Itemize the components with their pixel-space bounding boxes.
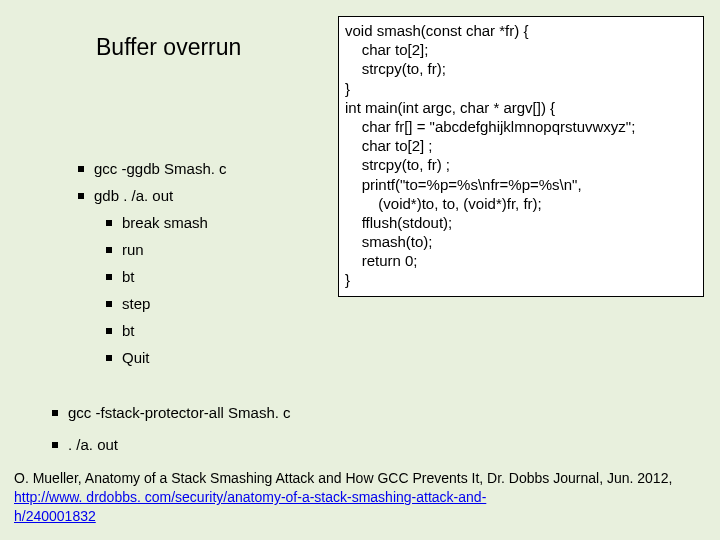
bullet-icon — [78, 193, 84, 199]
code-line: int main(int argc, char * argv[]) { — [345, 98, 697, 117]
bullet-icon — [106, 274, 112, 280]
list-item: gcc -fstack-protector-all Smash. c — [52, 404, 291, 421]
bullet-icon — [106, 301, 112, 307]
code-line: char fr[] = "abcdefghijklmnopqrstuvwxyz"… — [345, 117, 697, 136]
item-text: step — [122, 295, 150, 312]
slide-title: Buffer overrun — [96, 34, 241, 61]
item-text: bt — [122, 268, 135, 285]
code-line: char to[2] ; — [345, 136, 697, 155]
list-item: Quit — [106, 349, 328, 366]
code-line: return 0; — [345, 251, 697, 270]
code-line: } — [345, 79, 697, 98]
footer-citation: O. Mueller, Anatomy of a Stack Smashing … — [14, 469, 706, 526]
code-line: void smash(const char *fr) { — [345, 21, 697, 40]
code-line: strcpy(to, fr) ; — [345, 155, 697, 174]
code-line: smash(to); — [345, 232, 697, 251]
list-item: bt — [106, 268, 328, 285]
list-item: bt — [106, 322, 328, 339]
code-line: strcpy(to, fr); — [345, 59, 697, 78]
code-box: void smash(const char *fr) { char to[2];… — [338, 16, 704, 297]
code-line: } — [345, 270, 697, 289]
bullet-icon — [106, 220, 112, 226]
item-text: gcc -ggdb Smash. c — [94, 160, 227, 177]
citation-link[interactable]: http://www. drdobbs. com/security/anatom… — [14, 489, 486, 505]
item-text: run — [122, 241, 144, 258]
list-item: . /a. out — [52, 436, 118, 453]
code-line: fflush(stdout); — [345, 213, 697, 232]
bullet-icon — [78, 166, 84, 172]
list-item: gcc -ggdb Smash. c — [78, 160, 328, 177]
bullet-icon — [52, 442, 58, 448]
bullet-icon — [106, 247, 112, 253]
code-line: char to[2]; — [345, 40, 697, 59]
item-text: gdb . /a. out — [94, 187, 173, 204]
item-text: bt — [122, 322, 135, 339]
left-column: gcc -ggdb Smash. c gdb . /a. out break s… — [78, 160, 328, 376]
citation-text: O. Mueller, Anatomy of a Stack Smashing … — [14, 470, 672, 486]
bullet-icon — [52, 410, 58, 416]
list-item: step — [106, 295, 328, 312]
code-line: (void*)to, to, (void*)fr, fr); — [345, 194, 697, 213]
item-text: Quit — [122, 349, 150, 366]
citation-link[interactable]: h/240001832 — [14, 508, 96, 524]
item-text: . /a. out — [68, 436, 118, 453]
bullet-icon — [106, 328, 112, 334]
item-text: gcc -fstack-protector-all Smash. c — [68, 404, 291, 421]
list-item: run — [106, 241, 328, 258]
code-line: printf("to=%p=%s\nfr=%p=%s\n", — [345, 175, 697, 194]
item-text: break smash — [122, 214, 208, 231]
bullet-icon — [106, 355, 112, 361]
list-item: gdb . /a. out — [78, 187, 328, 204]
list-item: break smash — [106, 214, 328, 231]
